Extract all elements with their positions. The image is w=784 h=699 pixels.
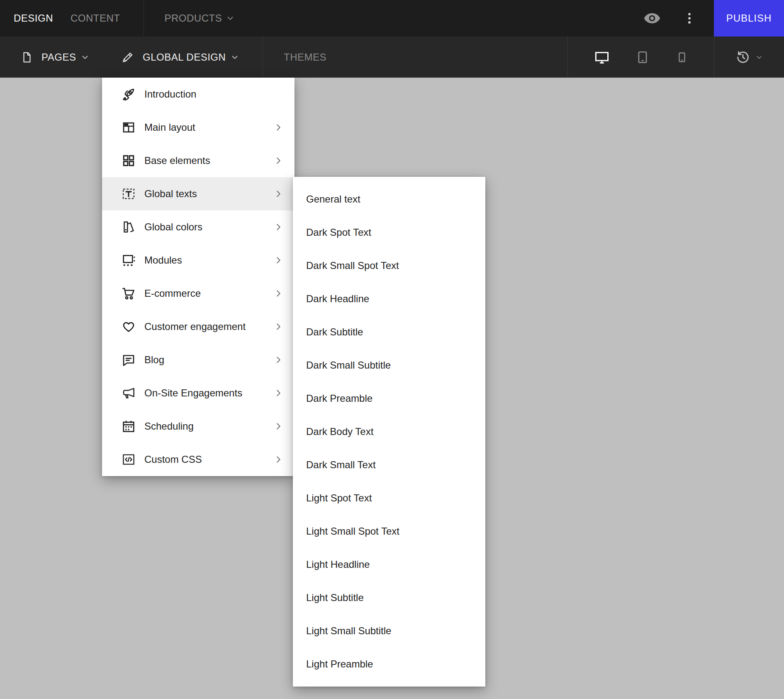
menu-item-base-elements[interactable]: Base elements — [102, 144, 295, 177]
rocket-icon — [121, 87, 136, 102]
chevron-down-icon — [81, 53, 89, 61]
menu-item-scheduling[interactable]: Scheduling — [102, 410, 295, 443]
menu-item-blog[interactable]: Blog — [102, 343, 295, 376]
menu-item-label: Customer engagement — [144, 321, 274, 332]
chevron-right-icon — [274, 389, 283, 398]
chevron-right-icon — [274, 123, 283, 132]
menu-item-modules[interactable]: Modules — [102, 244, 295, 277]
phone-icon[interactable] — [676, 51, 688, 64]
submenu-item-dark-small-subtitle[interactable]: Dark Small Subtitle — [293, 349, 485, 382]
kebab-menu-icon[interactable] — [682, 11, 696, 25]
chevron-right-icon — [274, 422, 283, 431]
submenu-item-light-headline[interactable]: Light Headline — [293, 548, 485, 581]
history-icon[interactable] — [735, 50, 750, 65]
menu-item-label: E-commerce — [144, 288, 274, 299]
tab-content[interactable]: CONTENT — [71, 12, 120, 24]
topbar-divider — [144, 0, 144, 37]
chevron-down-icon — [226, 14, 234, 22]
submenu-item-dark-small-text[interactable]: Dark Small Text — [293, 448, 485, 481]
submenu-item-label: Dark Small Spot Text — [306, 260, 399, 271]
submenu-item-label: Dark Preamble — [306, 393, 373, 404]
submenu-item-label: Dark Small Text — [306, 459, 376, 471]
submenu-item-dark-body-text[interactable]: Dark Body Text — [293, 415, 485, 448]
chevron-down-icon — [231, 53, 239, 61]
heart-icon — [121, 319, 136, 334]
menu-item-e-commerce[interactable]: E-commerce — [102, 277, 295, 310]
chevron-right-icon — [274, 455, 283, 464]
submenu-item-label: General text — [306, 193, 360, 205]
chevron-right-icon — [274, 222, 283, 232]
tablet-icon[interactable] — [635, 50, 650, 64]
themes-label: THEMES — [284, 51, 326, 63]
publish-button[interactable]: PUBLISH — [714, 0, 784, 37]
design-pencil-icon — [121, 51, 134, 64]
submenu-item-light-spot-text[interactable]: Light Spot Text — [293, 481, 485, 515]
chevron-right-icon — [274, 322, 283, 331]
global-design-label: GLOBAL DESIGN — [143, 51, 226, 63]
submenu-item-dark-preamble[interactable]: Dark Preamble — [293, 382, 485, 415]
pages-menu-button[interactable]: PAGES — [0, 37, 102, 78]
page-file-icon — [21, 51, 33, 64]
design-toolbar: PAGES GLOBAL DESIGN THEMES — [0, 37, 784, 78]
menu-item-label: Scheduling — [144, 420, 274, 432]
submenu-item-label: Light Small Spot Text — [306, 525, 399, 537]
topbar-actions: PUBLISH — [643, 0, 784, 37]
global-design-menu-button[interactable]: GLOBAL DESIGN — [102, 37, 263, 78]
themes-button[interactable]: THEMES — [263, 37, 567, 78]
device-preview-switcher — [567, 37, 714, 78]
submenu-item-dark-headline[interactable]: Dark Headline — [293, 282, 485, 315]
menu-item-global-texts[interactable]: Global texts — [102, 177, 295, 210]
submenu-item-label: Dark Headline — [306, 293, 369, 305]
submenu-item-dark-small-spot-text[interactable]: Dark Small Spot Text — [293, 249, 485, 282]
submenu-item-light-small-spot-text[interactable]: Light Small Spot Text — [293, 515, 485, 548]
menu-item-label: Global colors — [144, 221, 274, 233]
cart-icon — [121, 286, 136, 301]
menu-item-customer-engagement[interactable]: Customer engagement — [102, 310, 295, 343]
submenu-item-light-small-subtitle[interactable]: Light Small Subtitle — [293, 614, 485, 648]
submenu-item-label: Light Headline — [306, 559, 370, 570]
submenu-item-label: Light Preamble — [306, 658, 373, 670]
layout-icon — [121, 120, 136, 135]
menu-item-custom-css[interactable]: Custom CSS — [102, 443, 295, 476]
submenu-item-dark-spot-text[interactable]: Dark Spot Text — [293, 216, 485, 249]
chevron-down-icon[interactable] — [755, 54, 763, 61]
global-text-icon — [121, 186, 136, 201]
products-menu-button[interactable]: PRODUCTS — [165, 12, 235, 24]
submenu-item-dark-subtitle[interactable]: Dark Subtitle — [293, 315, 485, 349]
menu-item-label: Global texts — [144, 188, 274, 200]
grid-icon — [121, 153, 136, 168]
calendar-icon — [121, 419, 136, 434]
menu-item-main-layout[interactable]: Main layout — [102, 111, 295, 144]
code-icon — [121, 452, 136, 467]
submenu-item-label: Dark Spot Text — [306, 227, 371, 238]
preview-eye-icon[interactable] — [643, 10, 661, 27]
chevron-right-icon — [274, 289, 283, 298]
menu-item-label: Introduction — [144, 88, 283, 100]
palette-icon — [121, 220, 136, 235]
menu-item-global-colors[interactable]: Global colors — [102, 210, 295, 244]
menu-item-label: On-Site Engagements — [144, 387, 274, 399]
products-label: PRODUCTS — [165, 12, 222, 24]
desktop-icon[interactable] — [594, 49, 610, 65]
tab-design[interactable]: DESIGN — [14, 12, 53, 24]
blog-icon — [121, 352, 136, 367]
submenu-item-label: Dark Body Text — [306, 426, 373, 437]
menu-item-label: Blog — [144, 354, 274, 366]
top-bar: DESIGN CONTENT PRODUCTS PUBLISH — [0, 0, 784, 37]
modules-icon — [121, 253, 136, 268]
menu-item-introduction[interactable]: Introduction — [102, 78, 295, 111]
menu-item-label: Custom CSS — [144, 454, 274, 465]
megaphone-icon — [121, 386, 136, 401]
submenu-item-label: Dark Small Subtitle — [306, 359, 391, 371]
pages-label: PAGES — [41, 51, 76, 63]
chevron-right-icon — [274, 355, 283, 364]
chevron-right-icon — [274, 156, 283, 165]
menu-item-on-site-engagements[interactable]: On-Site Engagements — [102, 376, 295, 410]
submenu-item-label: Light Subtitle — [306, 592, 364, 604]
chevron-right-icon — [274, 256, 283, 265]
submenu-item-general-text[interactable]: General text — [293, 183, 485, 216]
submenu-item-light-preamble[interactable]: Light Preamble — [293, 648, 485, 681]
submenu-item-light-subtitle[interactable]: Light Subtitle — [293, 581, 485, 614]
global-design-menu: IntroductionMain layoutBase elementsGlob… — [102, 78, 295, 476]
global-texts-submenu: General textDark Spot TextDark Small Spo… — [293, 177, 485, 687]
